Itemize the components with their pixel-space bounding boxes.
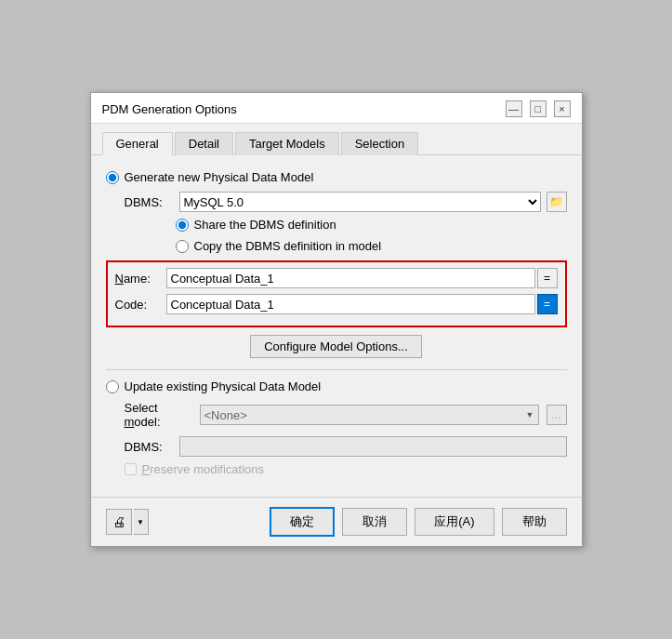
tab-detail[interactable]: Detail [175,132,233,155]
radio-update-model[interactable] [106,380,119,393]
minimize-button[interactable]: — [506,100,522,117]
code-equals-icon: = [544,298,550,311]
preserve-label: Preserve modifications [142,462,265,476]
radio-new-model[interactable] [106,171,119,184]
main-window: PDM Generation Options — □ × General Det… [90,92,583,547]
new-model-section: Generate new Physical Data Model DBMS: M… [106,170,567,358]
dbms-label: DBMS: [125,195,176,209]
content-area: Generate new Physical Data Model DBMS: M… [91,155,582,497]
print-button[interactable]: 🖨 [106,509,132,535]
print-dropdown-arrow: ▼ [137,518,144,526]
tab-target-models-label: Target Models [249,137,325,151]
radio-update-label: Update existing Physical Data Model [125,379,322,393]
radio-new-row: Generate new Physical Data Model [106,170,567,184]
radio-update-row: Update existing Physical Data Model [106,379,567,393]
tab-selection-label: Selection [355,137,404,151]
equals-icon: = [544,272,550,285]
footer: 🖨 ▼ 确定 取消 应用(A) 帮助 [91,497,582,546]
title-bar: PDM Generation Options — □ × [91,93,582,124]
tab-detail-label: Detail [189,137,219,151]
name-label: Name: [115,272,166,286]
configure-model-button[interactable]: Configure Model Options... [250,335,422,358]
close-button[interactable]: × [554,100,571,117]
section-divider [106,369,567,370]
select-model-value: <None> [204,408,247,422]
tab-target-models[interactable]: Target Models [235,132,339,155]
ok-button[interactable]: 确定 [270,507,335,537]
radio-share-dbms[interactable] [176,219,189,232]
dbms2-row: DBMS: [106,436,567,457]
name-equals-button[interactable]: = [537,268,558,288]
footer-left: 🖨 ▼ [106,509,149,535]
code-row: Code: = [115,294,558,314]
window-title: PDM Generation Options [102,102,237,116]
name-code-box: Name: = Code: = [106,260,567,327]
printer-icon: 🖨 [112,514,125,529]
tab-selection[interactable]: Selection [341,132,418,155]
name-row: Name: = [115,268,558,288]
print-dropdown-button[interactable]: ▼ [134,509,149,535]
select-model-row: Select model: <None> ▼ … [106,401,567,429]
ellipsis-icon: … [551,408,562,421]
radio-share-row: Share the DBMS definition [106,218,567,232]
title-controls: — □ × [506,100,571,117]
select-model-combo[interactable]: <None> ▼ [200,405,539,425]
dbms2-label: DBMS: [125,440,176,454]
cancel-button[interactable]: 取消 [342,508,407,536]
preserve-checkbox[interactable] [125,463,137,475]
configure-btn-row: Configure Model Options... [106,335,567,358]
apply-button[interactable]: 应用(A) [415,508,494,536]
tab-general[interactable]: General [102,132,173,155]
name-input[interactable] [166,268,535,288]
radio-new-label: Generate new Physical Data Model [125,170,314,184]
select-model-label: Select model: [125,401,194,429]
dbms-browse-button[interactable]: 📁 [547,192,567,212]
code-label: Code: [115,298,166,312]
radio-copy-dbms[interactable] [176,240,189,253]
radio-copy-row: Copy the DBMS definition in model [106,239,567,253]
dbms-row: DBMS: MySQL 5.0 📁 [106,192,567,212]
update-model-section: Update existing Physical Data Model Sele… [106,379,567,476]
maximize-button[interactable]: □ [530,100,547,117]
help-button[interactable]: 帮助 [502,508,567,536]
dbms-select[interactable]: MySQL 5.0 [179,192,541,212]
preserve-row: Preserve modifications [106,462,567,476]
dbms2-input [179,436,567,457]
tab-bar: General Detail Target Models Selection [91,124,582,155]
combo-arrow-icon: ▼ [526,410,534,419]
code-equals-button[interactable]: = [537,294,558,314]
radio-share-label: Share the DBMS definition [194,218,336,232]
select-model-browse-button[interactable]: … [547,405,567,425]
folder-icon: 📁 [549,195,563,208]
tab-general-label: General [116,137,159,151]
code-input[interactable] [166,294,535,314]
radio-copy-label: Copy the DBMS definition in model [194,239,382,253]
